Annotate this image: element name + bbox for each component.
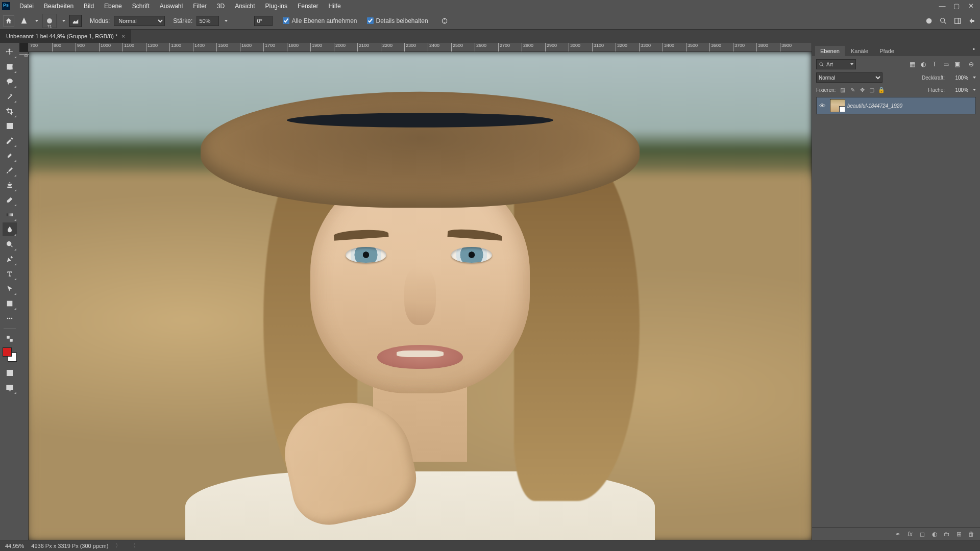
angle-icon[interactable] (238, 15, 250, 27)
close-button[interactable]: ✕ (964, 0, 978, 12)
filter-toggle-icon[interactable]: ⊖ (967, 60, 976, 69)
frame-tool[interactable] (3, 119, 17, 133)
quickmask-tool[interactable] (3, 366, 17, 380)
share-icon[interactable] (967, 16, 977, 26)
path-select-tool[interactable] (3, 282, 17, 295)
vertical-ruler[interactable]: 0 (19, 52, 29, 540)
filter-adjust-icon[interactable]: ◐ (919, 60, 928, 69)
fill-input[interactable] (948, 87, 968, 93)
more-tools[interactable] (3, 311, 17, 325)
new-layer-icon[interactable]: ⊞ (954, 530, 964, 539)
sample-all-layers-checkbox[interactable] (283, 17, 289, 24)
ruler-h-tick: 2000 (334, 43, 346, 52)
link-layers-icon[interactable]: ⚭ (893, 530, 902, 539)
foreground-color-swatch[interactable] (3, 347, 12, 357)
layer-fx-icon[interactable]: fx (905, 530, 915, 539)
tool-preset-icon[interactable] (18, 15, 30, 27)
crop-tool[interactable] (3, 104, 17, 118)
menu-filter[interactable]: Filter (188, 0, 212, 12)
opacity-input[interactable] (948, 75, 968, 81)
brush-settings-button[interactable] (69, 15, 82, 27)
workspace-icon[interactable] (952, 16, 963, 26)
menu-file[interactable]: Datei (14, 0, 39, 12)
menu-view[interactable]: Ansicht (230, 0, 260, 12)
menu-type[interactable]: Schrift (127, 0, 155, 12)
eraser-tool[interactable] (3, 193, 17, 207)
menu-image[interactable]: Bild (79, 0, 99, 12)
fill-dropdown-icon[interactable] (973, 89, 976, 91)
adjustment-layer-icon[interactable]: ◐ (930, 530, 939, 539)
clone-stamp-tool[interactable] (3, 178, 17, 192)
layer-row[interactable]: 👁 beautiful-1844724_1920 (816, 97, 976, 114)
lock-transparency-icon[interactable]: ▨ (839, 86, 847, 94)
lock-artboard-icon[interactable]: ▢ (868, 86, 876, 94)
move-tool[interactable] (3, 45, 17, 59)
cloud-icon[interactable] (924, 16, 934, 26)
document-canvas[interactable] (29, 52, 812, 540)
layer-filter-select[interactable]: Art (816, 59, 856, 69)
lock-position-icon[interactable]: ✥ (858, 86, 866, 94)
eyedropper-tool[interactable] (3, 134, 17, 147)
minimize-button[interactable]: — (935, 0, 949, 12)
document-info[interactable]: 4936 Px x 3319 Px (300 ppcm) (31, 543, 108, 549)
layer-visibility-icon[interactable]: 👁 (817, 102, 828, 110)
strength-input[interactable] (197, 16, 219, 26)
lock-pixels-icon[interactable]: ✎ (848, 86, 856, 94)
blend-mode-select[interactable]: Normal (114, 16, 165, 26)
shape-tool[interactable] (3, 296, 17, 310)
menu-select[interactable]: Auswahl (155, 0, 188, 12)
zoom-level[interactable]: 44,95% (5, 543, 24, 549)
filter-type-icon[interactable]: T (930, 60, 939, 69)
tab-layers[interactable]: Ebenen (815, 46, 845, 56)
status-arrow-icon[interactable]: 〉 (115, 542, 121, 549)
ruler-h-tick: 1900 (310, 43, 322, 52)
brush-dropdown-icon[interactable] (62, 20, 65, 22)
filter-pixel-icon[interactable]: ▦ (908, 60, 917, 69)
layer-thumbnail[interactable] (830, 99, 845, 112)
preserve-details-checkbox[interactable] (367, 17, 374, 24)
layer-name[interactable]: beautiful-1844724_1920 (847, 103, 902, 109)
brush-tool[interactable] (3, 163, 17, 177)
marquee-tool[interactable] (3, 60, 17, 73)
maximize-button[interactable]: ▢ (949, 0, 964, 12)
type-tool[interactable] (3, 267, 17, 281)
document-tab[interactable]: Unbenannt-1 bei 44,9% (Gruppe 1, RGB/8) … (0, 30, 131, 43)
tab-paths[interactable]: Pfade (874, 46, 899, 56)
filter-smart-icon[interactable]: ▣ (952, 60, 962, 69)
home-button[interactable] (3, 15, 14, 27)
blur-tool[interactable] (3, 222, 17, 236)
brush-preview[interactable]: 71 (42, 14, 57, 28)
close-tab-icon[interactable]: × (121, 30, 125, 43)
panel-menu-icon[interactable]: • (973, 46, 975, 53)
delete-layer-icon[interactable]: 🗑 (967, 530, 976, 539)
gradient-tool[interactable] (3, 208, 17, 221)
dodge-tool[interactable] (3, 237, 17, 251)
tool-preset-dropdown-icon[interactable] (35, 20, 38, 22)
strength-dropdown-icon[interactable] (225, 20, 228, 22)
lasso-tool[interactable] (3, 74, 17, 88)
menu-window[interactable]: Fenster (292, 0, 324, 12)
magic-wand-tool[interactable] (3, 89, 17, 103)
search-icon[interactable] (938, 16, 948, 26)
filter-shape-icon[interactable]: ▭ (941, 60, 950, 69)
screenmode-tool[interactable] (3, 381, 17, 394)
pen-tool[interactable] (3, 252, 17, 266)
pressure-button[interactable] (438, 15, 451, 27)
color-swatches[interactable] (3, 347, 17, 362)
menu-edit[interactable]: Bearbeiten (39, 0, 79, 12)
healing-brush-tool[interactable] (3, 148, 17, 162)
menu-3d[interactable]: 3D (212, 0, 230, 12)
status-nav-left-icon[interactable]: 〈 (130, 542, 136, 549)
angle-input[interactable] (254, 16, 273, 26)
layer-mask-icon[interactable]: ◻ (918, 530, 927, 539)
horizontal-ruler[interactable]: 7008009001000110012001300140015001600170… (29, 43, 812, 52)
menu-help[interactable]: Hilfe (324, 0, 346, 12)
tab-channels[interactable]: Kanäle (846, 46, 873, 56)
menu-layer[interactable]: Ebene (99, 0, 127, 12)
layer-blend-mode-select[interactable]: Normal (816, 72, 883, 83)
lock-all-icon[interactable]: 🔒 (877, 86, 886, 94)
edit-toolbar[interactable] (3, 332, 17, 345)
menu-plugins[interactable]: Plug-ins (260, 0, 292, 12)
opacity-dropdown-icon[interactable] (973, 77, 976, 79)
layer-group-icon[interactable]: 🗀 (942, 530, 951, 539)
